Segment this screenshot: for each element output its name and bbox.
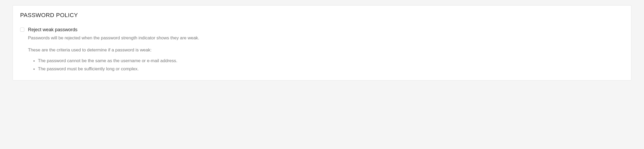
reject-weak-passwords-option: Reject weak passwords Passwords will be … xyxy=(20,27,624,73)
criteria-item: The password must be sufficiently long o… xyxy=(38,65,624,73)
password-policy-panel: PASSWORD POLICY Reject weak passwords Pa… xyxy=(13,5,631,81)
option-content: Reject weak passwords Passwords will be … xyxy=(28,27,624,73)
panel-title: PASSWORD POLICY xyxy=(20,12,624,19)
checkbox-wrapper xyxy=(20,27,24,33)
reject-weak-passwords-label[interactable]: Reject weak passwords xyxy=(28,27,624,33)
reject-weak-passwords-checkbox[interactable] xyxy=(20,28,24,32)
criteria-intro: These are the criteria used to determine… xyxy=(28,47,624,54)
option-description: Passwords will be rejected when the pass… xyxy=(28,35,624,41)
criteria-list: The password cannot be the same as the u… xyxy=(28,57,624,73)
criteria-item: The password cannot be the same as the u… xyxy=(38,57,624,65)
